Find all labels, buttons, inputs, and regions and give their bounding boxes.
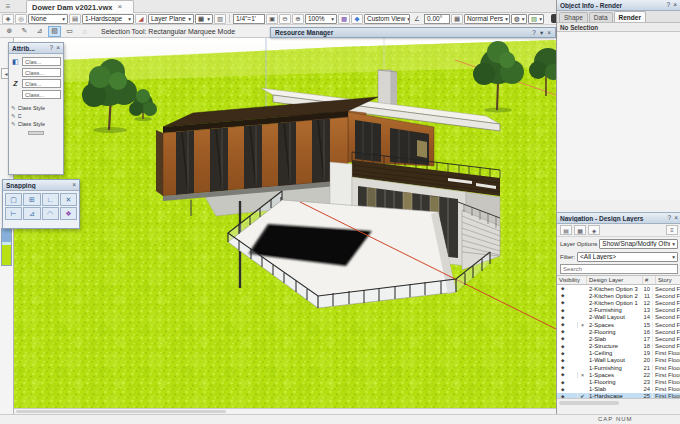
- attribute-style-row[interactable]: ✎Class Style: [9, 120, 63, 128]
- pen-mode-icon[interactable]: ✎: [18, 26, 31, 37]
- help-icon[interactable]: ?: [50, 45, 54, 51]
- filter-dropdown[interactable]: <All Layers> ▾: [577, 252, 678, 262]
- projection-dropdown[interactable]: ◍▾: [511, 14, 527, 24]
- search-input[interactable]: [560, 264, 678, 274]
- close-icon[interactable]: ×: [673, 2, 677, 8]
- attribute-style-row[interactable]: ✎Class Style: [9, 104, 63, 112]
- snap-to-tangent-icon[interactable]: ◠: [42, 207, 59, 220]
- navigation-horizontal-scrollbar[interactable]: [557, 398, 680, 406]
- tab-close-icon[interactable]: ×: [117, 3, 122, 11]
- close-icon[interactable]: ×: [56, 45, 60, 51]
- rotation-angle-field[interactable]: 0.00°: [424, 14, 450, 24]
- active-class-dropdown[interactable]: None▾: [28, 14, 68, 24]
- visibility-icon[interactable]: ◆: [561, 329, 564, 334]
- grid-options-dropdown[interactable]: ▦▾: [195, 14, 213, 24]
- zoom-out-icon[interactable]: ⊖: [279, 14, 291, 24]
- navigation-palette-header[interactable]: Navigation - Design Layers ? ×: [557, 213, 680, 224]
- active-layer-dropdown[interactable]: 1-Hardscape▾: [82, 14, 134, 24]
- pen-alt-mode-icon[interactable]: ⊿: [33, 26, 46, 37]
- design-layers-icon[interactable]: ▤: [560, 225, 572, 235]
- design-layer-row[interactable]: ◆ × 1-Spaces 22 First Floor: [557, 371, 680, 378]
- attributes-resize-handle[interactable]: [28, 131, 44, 135]
- flyover-icon[interactable]: ◆: [351, 14, 363, 24]
- attribute-dropdown[interactable]: Clas...: [22, 79, 61, 88]
- design-layer-row[interactable]: ◆ 1-Wall Layout 20 First Floor: [557, 357, 680, 364]
- snap-to-intersection-icon[interactable]: ✕: [60, 193, 77, 206]
- saved-views-icon[interactable]: ◈: [588, 225, 600, 235]
- design-layer-row[interactable]: ◆ × 2-Spaces 15 Second Floor: [557, 321, 680, 328]
- snap-to-grid-icon[interactable]: ▢: [5, 193, 22, 206]
- visibility-icon[interactable]: ◆: [561, 315, 564, 320]
- design-layer-row[interactable]: ◆ 2-Wall Layout 14 Second Floor: [557, 314, 680, 321]
- layer-scale-field[interactable]: 1/4"=1': [233, 14, 265, 24]
- drawing-viewport[interactable]: [14, 38, 556, 408]
- visibility-icon[interactable]: ◆: [561, 344, 564, 349]
- layer-options-icon[interactable]: ▥: [214, 14, 226, 24]
- help-icon[interactable]: ?: [668, 215, 672, 221]
- help-icon[interactable]: ?: [667, 2, 671, 8]
- saved-views-icon[interactable]: ◈: [2, 14, 14, 24]
- fit-to-objects-icon[interactable]: ▣: [266, 14, 278, 24]
- attribute-dropdown[interactable]: Clas...: [22, 57, 61, 66]
- sheet-layers-icon[interactable]: ▦: [574, 225, 586, 235]
- design-layer-row[interactable]: ◆ 2-Flooring 16 Second Floor: [557, 328, 680, 335]
- current-view-dropdown[interactable]: Custom View▾: [364, 14, 410, 24]
- visibility-icon[interactable]: ◆: [561, 380, 564, 385]
- snap-to-edge-icon[interactable]: ⊢: [5, 207, 22, 220]
- reference-grid-icon[interactable]: ▦: [451, 14, 463, 24]
- resource-manager-titlebar[interactable]: Resource Manager ? ▾ ×: [270, 27, 556, 38]
- search-views-icon[interactable]: ◎: [15, 14, 27, 24]
- class-options-icon[interactable]: ▤: [69, 14, 81, 24]
- attribute-style-row[interactable]: ✎C: [9, 112, 63, 120]
- design-layer-row[interactable]: ◆ 2-Structure 18 Second Floor: [557, 343, 680, 350]
- close-icon[interactable]: ×: [674, 215, 678, 221]
- snap-to-angle-icon[interactable]: ∟: [42, 193, 59, 206]
- zoom-level-dropdown[interactable]: 100%▾: [305, 14, 337, 24]
- visibility-icon[interactable]: ◆: [561, 308, 564, 313]
- layer-plane-icon[interactable]: ◢: [135, 14, 147, 24]
- visibility-icon[interactable]: ◆: [561, 351, 564, 356]
- document-tab[interactable]: Dower Dam v2021.vwx ×: [26, 0, 134, 13]
- view-thumbnail[interactable]: [1, 228, 12, 266]
- lasso-marquee-icon[interactable]: ◌: [78, 26, 91, 37]
- design-layer-row[interactable]: ◆ 1-Furnishing 21 First Floor: [557, 364, 680, 371]
- attribute-dropdown[interactable]: Class...: [22, 68, 61, 77]
- visibility-icon[interactable]: ◆: [561, 358, 564, 363]
- rectangular-marquee-icon[interactable]: ▧: [48, 26, 61, 37]
- tab-shape[interactable]: Shape: [559, 12, 588, 22]
- visibility-icon[interactable]: ◆: [561, 286, 564, 291]
- interactive-scaling-icon[interactable]: ⊛: [3, 26, 16, 37]
- zoom-in-icon[interactable]: ⊕: [292, 14, 304, 24]
- snapping-palette-header[interactable]: Snapping ×: [3, 180, 79, 191]
- design-layer-row[interactable]: ◆ 2-Furnishing 13 Second Floor: [557, 307, 680, 314]
- visibility-icon[interactable]: ◆: [561, 293, 564, 298]
- design-layer-row[interactable]: ◆ 2-Kitchen Option 2 11 Second Floor: [557, 292, 680, 299]
- collapse-icon[interactable]: ▾: [540, 29, 543, 37]
- design-layer-row[interactable]: ◆ 2-Slab 17 Second Floor: [557, 335, 680, 342]
- visibility-icon[interactable]: ◆: [561, 322, 564, 327]
- design-layer-row[interactable]: ◆ 1-Ceiling 19 First Floor: [557, 350, 680, 357]
- visibility-icon[interactable]: ◆: [561, 336, 564, 341]
- close-icon[interactable]: ×: [72, 182, 76, 188]
- tab-data[interactable]: Data: [589, 12, 613, 22]
- object-info-header[interactable]: Object Info - Render ? ×: [557, 0, 680, 11]
- menu-icon[interactable]: ≡: [666, 225, 678, 235]
- render-mode-dropdown[interactable]: Normal Pers▾: [464, 14, 510, 24]
- plan-rotation-icon[interactable]: ▩: [338, 14, 350, 24]
- layer-options-dropdown[interactable]: Show/Snap/Modify Others ▾: [599, 239, 678, 249]
- visibility-icon[interactable]: ◆: [561, 372, 564, 377]
- design-layer-row[interactable]: ◆ 2-Kitchen Option 1 12 Second Floor: [557, 299, 680, 306]
- help-icon[interactable]: ?: [532, 29, 536, 36]
- snap-to-distance-icon[interactable]: ⊿: [23, 207, 40, 220]
- tab-list-icon[interactable]: ≡: [3, 2, 13, 11]
- render-style-dropdown[interactable]: ▨▾: [528, 14, 544, 24]
- attributes-palette-header[interactable]: Attrib... ? ×: [9, 43, 63, 54]
- tab-render[interactable]: Render: [614, 11, 646, 22]
- design-layer-row[interactable]: ◆ 2-Kitchen Option 3 10 Second Floor: [557, 285, 680, 292]
- design-layer-row[interactable]: ◆ 1-Flooring 23 First Floor: [557, 378, 680, 385]
- design-layer-row[interactable]: ◆ 1-Slab 24 First Floor: [557, 386, 680, 393]
- visibility-icon[interactable]: ◆: [561, 387, 564, 392]
- attribute-dropdown[interactable]: Class...: [22, 90, 61, 99]
- smart-points-icon[interactable]: ❖: [60, 207, 77, 220]
- visibility-icon[interactable]: ◆: [561, 300, 564, 305]
